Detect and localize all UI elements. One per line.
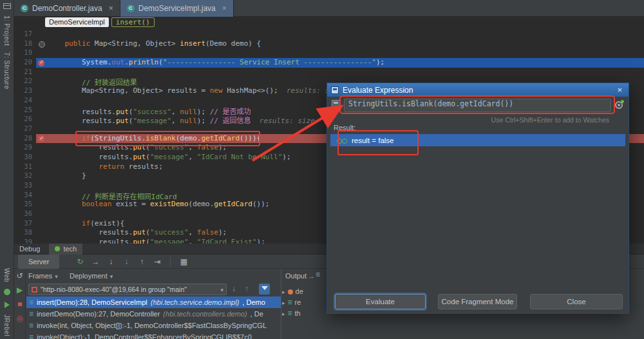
restart-icon[interactable] xyxy=(15,271,25,280)
step-into-icon[interactable] xyxy=(106,257,116,266)
jrebel-run-icon[interactable] xyxy=(5,302,10,308)
code-text[interactable] xyxy=(48,30,644,39)
result-row[interactable]: result = false xyxy=(330,134,625,146)
hide-library-frames-filter-icon[interactable] xyxy=(259,284,270,295)
toolwindow-web[interactable]: Web xyxy=(3,268,10,282)
frames-tab[interactable]: Frames xyxy=(28,270,58,282)
frame-icon xyxy=(29,308,33,320)
close-tab-icon[interactable]: × xyxy=(222,4,227,13)
line-number[interactable]: 28 xyxy=(14,134,36,144)
pane-divider[interactable] xyxy=(281,269,281,339)
code-text[interactable] xyxy=(48,48,644,58)
debug-session-tab[interactable]: tech xyxy=(49,244,82,255)
expression-input[interactable]: StringUtils.isBlank(demo.getIdCard()) xyxy=(344,99,611,112)
line-number[interactable]: 30 xyxy=(14,153,36,162)
line-number[interactable]: 35 xyxy=(14,200,36,209)
frame-down-icon[interactable]: ↓ xyxy=(232,284,236,293)
breadcrumb-method[interactable]: insert() xyxy=(111,17,155,27)
expand-chevron-icon[interactable] xyxy=(282,286,285,297)
expand-chevron-icon[interactable] xyxy=(282,308,285,319)
gutter-spacer xyxy=(36,181,48,191)
code-line-19: 19 xyxy=(14,48,644,58)
force-step-into-icon[interactable] xyxy=(121,257,131,266)
line-number[interactable]: 39 xyxy=(14,238,36,244)
breakpoint-icon[interactable] xyxy=(36,134,48,144)
gutter-spacer xyxy=(36,171,48,181)
code-text[interactable] xyxy=(48,68,644,77)
toolwindow-structure[interactable]: 7: Structure xyxy=(3,52,10,90)
dialog-title: Evaluate Expression xyxy=(343,86,413,95)
thread-selector[interactable]: "http-nio-8080-exec-40"@19,664 in group … xyxy=(28,284,227,295)
frame-location: invoke(Object):-1, DemoController$$Enhan… xyxy=(37,331,252,339)
thread-dump-icon[interactable] xyxy=(178,257,189,266)
line-number[interactable]: 34 xyxy=(14,191,36,200)
line-number[interactable]: 18 xyxy=(14,39,36,49)
server-tab[interactable]: Server xyxy=(18,255,59,269)
expand-chevron-icon[interactable] xyxy=(282,297,285,308)
evaluate-button[interactable]: Evaluate xyxy=(335,294,426,309)
tab-demoserviceimpl[interactable]: C DemoServiceImpl.java × xyxy=(120,0,234,17)
gutter-spacer xyxy=(36,219,48,229)
breadcrumb: DemoServiceImpl insert() xyxy=(14,17,644,28)
line-number[interactable]: 17 xyxy=(14,30,36,39)
gutter-spacer xyxy=(36,48,48,58)
gutter-spacer xyxy=(36,200,48,209)
frame-up-icon[interactable]: ↑ xyxy=(245,284,249,293)
toolbar-separator xyxy=(170,257,171,266)
close-button[interactable]: Close xyxy=(530,294,623,309)
line-number[interactable]: 23 xyxy=(14,86,36,96)
line-number[interactable]: 26 xyxy=(14,115,36,124)
ide-menu-icon[interactable] xyxy=(3,3,11,9)
stack-frame-row[interactable]: invoke(int, Object, Object[]):-1, DemoCo… xyxy=(26,320,281,331)
console-menu-icon[interactable]: ≡ xyxy=(316,270,320,279)
toolwindow-project[interactable]: 1: Project xyxy=(3,15,10,46)
frames-tab-label: Frames xyxy=(28,272,52,280)
line-number[interactable]: 27 xyxy=(14,124,36,134)
step-over-icon[interactable] xyxy=(90,257,100,266)
output-tab[interactable]: Output xyxy=(285,270,315,282)
toolwindow-jrebel[interactable]: JRebel xyxy=(3,315,10,336)
evaluate-expression-dialog: Evaluate Expression × StringUtils.isBlan… xyxy=(327,82,629,314)
line-number[interactable]: 31 xyxy=(14,162,36,172)
line-number[interactable]: 19 xyxy=(14,48,36,58)
line-number[interactable]: 37 xyxy=(14,219,36,229)
frame-icon xyxy=(29,331,33,339)
close-icon[interactable]: × xyxy=(614,85,625,95)
stop-icon[interactable] xyxy=(15,300,25,309)
step-out-icon[interactable] xyxy=(137,257,147,266)
view-breakpoints-icon[interactable] xyxy=(15,314,25,323)
close-tab-icon[interactable]: × xyxy=(109,4,113,13)
code-text[interactable]: public Map<String, Object> insert(Demo d… xyxy=(48,39,644,49)
line-number[interactable]: 20 xyxy=(14,58,36,68)
stack-frame-row[interactable]: insertDemo(Demo):27, DemoController (hbi… xyxy=(26,308,281,320)
line-number[interactable]: 32 xyxy=(14,171,36,181)
breakpoint-icon[interactable] xyxy=(36,58,48,68)
line-number[interactable]: 24 xyxy=(14,96,36,106)
frame-tail: , Demo xyxy=(242,296,265,308)
deployment-tab[interactable]: Deployment xyxy=(70,270,113,282)
stack-frame-row[interactable]: invoke(Object):-1, DemoController$$Enhan… xyxy=(26,331,281,339)
line-number[interactable]: 22 xyxy=(14,77,36,86)
variable-icon xyxy=(288,297,292,308)
dialog-title-bar[interactable]: Evaluate Expression × xyxy=(327,83,629,97)
expression-settings-icon[interactable] xyxy=(615,101,623,109)
line-number[interactable]: 21 xyxy=(14,68,36,77)
code-fragment-mode-button[interactable]: Code Fragment Mode xyxy=(438,294,517,309)
line-number[interactable]: 29 xyxy=(14,143,36,153)
line-number[interactable]: 25 xyxy=(14,106,36,115)
gutter-spacer xyxy=(36,30,48,39)
rerun-icon[interactable] xyxy=(75,257,85,266)
gutter-spacer xyxy=(36,115,48,124)
run-to-cursor-icon[interactable] xyxy=(152,257,162,266)
implement-marker-icon[interactable] xyxy=(36,39,48,49)
line-number[interactable]: 36 xyxy=(14,209,36,219)
jrebel-icon[interactable] xyxy=(4,289,10,295)
resume-icon[interactable] xyxy=(15,286,25,295)
breadcrumb-class[interactable]: DemoServiceImpl xyxy=(45,17,109,27)
tab-democontroller[interactable]: C DemoController.java × xyxy=(14,0,120,17)
line-number[interactable]: 38 xyxy=(14,228,36,238)
watches-hint: Use Ctrl+Shift+Enter to add to Watches xyxy=(491,116,609,124)
line-number[interactable]: 33 xyxy=(14,181,36,191)
code-text[interactable]: System.out.println("---------------- Ser… xyxy=(48,58,644,68)
stack-frame-row[interactable]: insert(Demo):28, DemoServiceImpl (hbi.te… xyxy=(26,296,281,308)
